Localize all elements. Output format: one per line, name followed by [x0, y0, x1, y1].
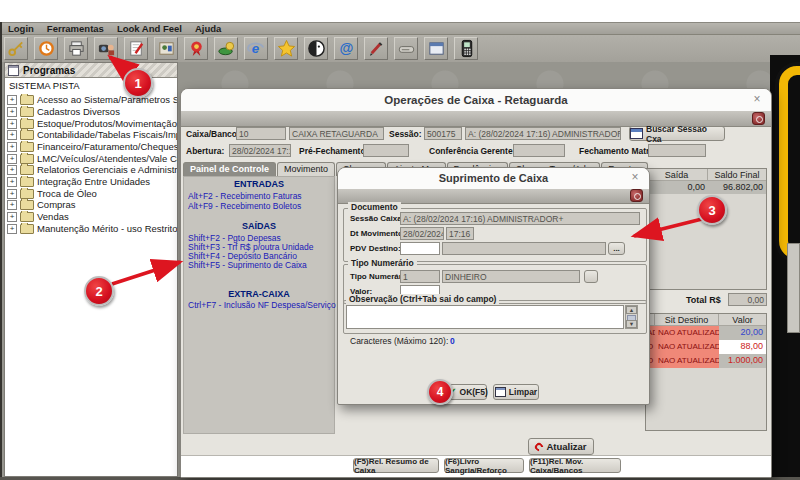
- dt-movimento-time-field[interactable]: 17:16: [446, 227, 474, 240]
- menu-item-ferramentas[interactable]: Ferramentas: [47, 23, 104, 34]
- sessao-caixa-field[interactable]: A: (28/02/2024 17:16) ADMINISTRADOR+: [400, 212, 640, 225]
- expand-icon[interactable]: [7, 165, 17, 175]
- menu-bar: Login Ferramentas Look And Feel Ajuda: [0, 22, 800, 35]
- money-icon[interactable]: [214, 37, 238, 60]
- observacao-textarea[interactable]: [346, 305, 624, 329]
- row1-valor[interactable]: 20,00: [719, 326, 766, 340]
- tipo-numerario-name-field[interactable]: DINHEIRO: [442, 270, 580, 283]
- expand-icon[interactable]: [7, 177, 17, 187]
- expand-icon[interactable]: [7, 189, 17, 199]
- saldo-col-saldo-final[interactable]: Saldo Final: [708, 169, 766, 181]
- expand-icon[interactable]: [7, 130, 17, 140]
- expand-icon[interactable]: [7, 95, 17, 105]
- tree-item-vendas[interactable]: Vendas: [7, 211, 177, 222]
- photo-icon[interactable]: [154, 37, 178, 60]
- row2-valor[interactable]: 88,00: [719, 340, 766, 354]
- menu-item-login[interactable]: Login: [8, 23, 34, 34]
- close-icon[interactable]: ×: [750, 93, 764, 107]
- pos-terminal-icon[interactable]: [454, 37, 478, 60]
- shortcut-recebimento-faturas[interactable]: Alt+F2 - Recebimento Faturas: [188, 191, 302, 201]
- sessao-code-field[interactable]: 500175: [424, 127, 462, 140]
- dt-movimento-date-field[interactable]: 28/02/2024: [400, 227, 444, 240]
- saldo-col-saida[interactable]: Saída: [646, 169, 708, 181]
- notepad-icon[interactable]: [124, 37, 148, 60]
- row1-sit-destino[interactable]: NAO ATUALIZADO: [655, 326, 719, 340]
- tree-item-compras[interactable]: Compras: [7, 199, 177, 210]
- caixa-banco-name-field[interactable]: CAIXA RETAGUARDA: [289, 127, 384, 140]
- window-frame-icon[interactable]: [424, 37, 448, 60]
- ok-button[interactable]: ✔ OK(F5): [449, 384, 487, 400]
- livro-sangria-reforco-button[interactable]: (F6)Livro Sangria/Reforço: [444, 458, 524, 473]
- expand-icon[interactable]: [7, 119, 17, 129]
- rosette-badge-icon[interactable]: [184, 37, 208, 60]
- svg-text:@: @: [339, 40, 353, 56]
- tree-item-troca-oleo[interactable]: Troca de Óleo: [7, 188, 177, 199]
- sessao-info-field[interactable]: A: (28/02/2024 17:16) ADMINISTRADOR+: [465, 127, 621, 140]
- tree-item-relatorios[interactable]: Relatorios Gerenciais e Administrativos: [7, 164, 177, 175]
- key-login-icon[interactable]: [4, 37, 28, 60]
- pdv-lookup-button[interactable]: ...: [608, 242, 625, 255]
- history-clock-icon[interactable]: [34, 37, 58, 60]
- signature-pen-icon[interactable]: [364, 37, 388, 60]
- email-at-icon[interactable]: @: [334, 37, 358, 60]
- expand-icon[interactable]: [7, 107, 17, 117]
- exit-icon[interactable]: [630, 189, 643, 202]
- shortcut-recebimento-boletos[interactable]: Alt+F9 - Recebimento Boletos: [188, 201, 301, 211]
- destino-col-valor[interactable]: Valor: [719, 314, 766, 326]
- rel-mov-caixa-bancos-button[interactable]: (F11)Rel. Mov. Caixa/Bancos: [529, 458, 621, 473]
- cashier-camera-icon[interactable]: [94, 37, 118, 60]
- tree-item-manutencao[interactable]: Manutenção Mérito - uso Restrito: [7, 223, 177, 234]
- tab-movimento[interactable]: Movimento: [277, 162, 335, 176]
- expand-icon[interactable]: [7, 154, 17, 164]
- tree-item-lmc[interactable]: LMC/Veículos/Atendentes/Vale Combust.: [7, 153, 177, 164]
- scroll-up-icon[interactable]: ▲: [626, 306, 637, 314]
- atualizar-button[interactable]: Atualizar: [528, 438, 594, 455]
- exit-icon[interactable]: [752, 112, 765, 125]
- abertura-field[interactable]: 28/02/2024 17:16: [229, 144, 291, 157]
- printer-icon[interactable]: [64, 37, 88, 60]
- tree-item-cadastros[interactable]: Cadastros Diversos: [7, 106, 177, 117]
- expand-icon[interactable]: [7, 142, 17, 152]
- tipo-numerario-code-field[interactable]: 1: [400, 270, 440, 283]
- tree-item-estoque[interactable]: Estoque/Produtos/Movimentação: [7, 118, 177, 129]
- row3-valor[interactable]: 1.000,00: [719, 354, 766, 368]
- buscar-sessao-button[interactable]: Buscar Sessao Cxa: [629, 126, 725, 141]
- close-icon[interactable]: ×: [628, 171, 642, 185]
- tree-item-integracao[interactable]: Integração Entre Unidades: [7, 176, 177, 187]
- destino-col-sit-destino[interactable]: Sit Destino: [655, 314, 719, 326]
- expand-icon[interactable]: [7, 200, 17, 210]
- shortcut-inclusao-nf[interactable]: Ctrl+F7 - Inclusão NF Despesa/Serviço: [188, 300, 336, 310]
- device-tray-icon[interactable]: [394, 37, 418, 60]
- extra-caixa-header: EXTRA-CAIXA: [184, 289, 334, 299]
- caixa-banco-code-field[interactable]: 10: [236, 127, 286, 140]
- row3-sit-destino[interactable]: NAO ATUALIZADO: [655, 354, 719, 368]
- favorites-star-icon[interactable]: [274, 37, 298, 60]
- operacoes-titlebar[interactable]: Operações de Caixa - Retaguarda: [181, 89, 771, 112]
- tab-painel-de-controle[interactable]: Painel de Controle: [183, 162, 276, 176]
- expand-icon[interactable]: [7, 224, 17, 234]
- folder-icon: [20, 224, 34, 234]
- tipo-lookup-button[interactable]: [584, 270, 598, 283]
- browser-globe-icon[interactable]: e: [244, 37, 268, 60]
- suprimento-titlebar[interactable]: Suprimento de Caixa: [338, 168, 649, 190]
- pdv-destino-name-field[interactable]: [442, 242, 606, 255]
- pre-fechamento-field[interactable]: [363, 144, 409, 157]
- rel-resumo-caixa-button[interactable]: (F5)Rel. Resumo de Caixa: [353, 458, 439, 473]
- observacao-scrollbar[interactable]: ▲ ▼: [625, 305, 638, 329]
- conferencia-field[interactable]: [513, 144, 565, 157]
- tree-item-contabilidade[interactable]: Contabilidade/Tabelas Fiscais/Impostos: [7, 129, 177, 140]
- tree-item-financeiro[interactable]: Financeiro/Faturamento/Cheques: [7, 141, 177, 152]
- menu-item-look-and-feel[interactable]: Look And Feel: [117, 23, 182, 34]
- fechamento-matriz-field[interactable]: [648, 144, 706, 157]
- folder-icon: [20, 154, 34, 164]
- pdv-destino-code-field[interactable]: [400, 242, 440, 255]
- tree-root-sistema-pista[interactable]: SISTEMA PISTA: [9, 80, 80, 91]
- scroll-down-icon[interactable]: ▼: [626, 320, 637, 328]
- shortcut-suprimento-de-caixa[interactable]: Shift+F5 - Suprimento de Caixa: [188, 260, 307, 270]
- expand-icon[interactable]: [7, 212, 17, 222]
- tree-item-acesso[interactable]: Acesso ao Sistema/Parâmetros Sistema: [7, 94, 177, 105]
- row2-sit-destino[interactable]: NAO ATUALIZADO: [655, 340, 719, 354]
- user-face-icon[interactable]: [304, 37, 328, 60]
- menu-item-ajuda[interactable]: Ajuda: [195, 23, 221, 34]
- limpar-button[interactable]: Limpar: [493, 384, 539, 400]
